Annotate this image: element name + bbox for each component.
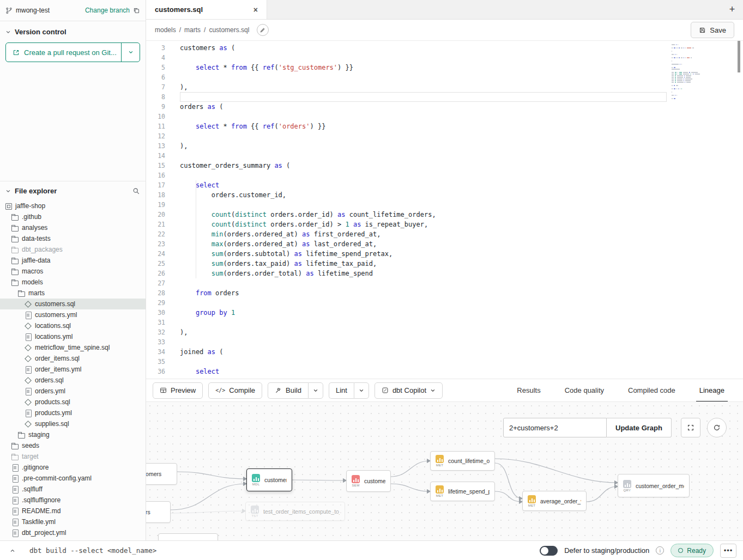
code-line[interactable]: 23 max(orders.ordered_at) as last_ordere…: [146, 239, 743, 249]
file-tree-item[interactable]: .gitignore: [0, 462, 146, 473]
code-line[interactable]: 10: [146, 112, 743, 121]
lineage-node[interactable]: METcount_lifetime_orders: [430, 451, 495, 471]
code-line[interactable]: 15customer_orders_summary as (: [146, 161, 743, 171]
code-line[interactable]: 8: [146, 92, 743, 102]
file-tree-item[interactable]: locations.sql: [0, 320, 146, 331]
lineage-node[interactable]: TSTtest_order_items_compute_to_bools...: [245, 502, 345, 521]
code-line[interactable]: 31: [146, 318, 743, 327]
build-dropdown-button[interactable]: [308, 382, 323, 399]
code-line[interactable]: 16: [146, 171, 743, 180]
code-line[interactable]: 29: [146, 298, 743, 308]
status-badge[interactable]: Ready: [670, 544, 714, 557]
code-line[interactable]: 27: [146, 278, 743, 288]
code-line[interactable]: 5 select * from {{ ref('stg_customers') …: [146, 63, 743, 72]
file-tree-item[interactable]: data-tests: [0, 233, 146, 244]
file-tree-item[interactable]: .sqlfluffignore: [0, 495, 146, 506]
panel-tab-results[interactable]: Results: [505, 379, 552, 402]
lineage-node[interactable]: SEMcustomers: [346, 470, 391, 492]
update-graph-button[interactable]: Update Graph: [607, 418, 672, 437]
code-line[interactable]: 11 select * from {{ ref('orders') }}: [146, 121, 743, 131]
file-tree-item[interactable]: .pre-commit-config.yaml: [0, 473, 146, 484]
code-line[interactable]: 32),: [146, 327, 743, 337]
file-tree-item[interactable]: target: [0, 451, 146, 462]
code-line[interactable]: 26 sum(orders.order_total) as lifetime_s…: [146, 269, 743, 278]
file-tree-item[interactable]: customers.sql: [0, 299, 146, 309]
minimap[interactable]: [672, 44, 714, 100]
close-icon[interactable]: ×: [253, 5, 258, 14]
file-tree-item[interactable]: supplies.sql: [0, 418, 146, 429]
pr-dropdown-button[interactable]: [121, 43, 140, 62]
lineage-node[interactable]: MDLcustomers: [246, 468, 292, 491]
lineage-node[interactable]: MDLstg_customers: [146, 463, 177, 485]
breadcrumb-marts[interactable]: marts: [184, 26, 201, 34]
code-line[interactable]: 24 sum(orders.subtotal) as lifetime_spen…: [146, 249, 743, 259]
new-tab-button[interactable]: +: [721, 0, 743, 19]
file-tree-item[interactable]: locations.yml: [0, 331, 146, 342]
code-line[interactable]: 19: [146, 200, 743, 210]
panel-tab-lineage[interactable]: Lineage: [687, 379, 736, 402]
refresh-icon[interactable]: [707, 418, 727, 437]
change-branch-link[interactable]: Change branch: [85, 7, 130, 14]
fullscreen-icon[interactable]: [681, 418, 700, 437]
file-tree-item[interactable]: marts: [0, 288, 146, 299]
file-tree-item[interactable]: seeds: [0, 440, 146, 451]
chevron-down-icon[interactable]: [5, 188, 11, 194]
file-tree-item[interactable]: orders.sql: [0, 375, 146, 386]
ellipsis-menu-button[interactable]: •••: [720, 544, 736, 558]
tab-customers-sql[interactable]: customers.sql ×: [146, 0, 267, 19]
file-tree-item[interactable]: jaffle-data: [0, 255, 146, 266]
code-line[interactable]: 35: [146, 357, 743, 367]
code-editor[interactable]: 3customers as (45 select * from {{ ref('…: [146, 41, 743, 379]
copilot-status-icon[interactable]: [257, 24, 269, 36]
file-tree-item[interactable]: order_items.yml: [0, 364, 146, 375]
build-button[interactable]: Build: [268, 382, 308, 399]
file-tree-item[interactable]: .github: [0, 211, 146, 222]
compile-button[interactable]: </> Compile: [208, 382, 262, 399]
file-tree-item[interactable]: models: [0, 277, 146, 288]
lineage-node[interactable]: METlifetime_spend_pretax: [430, 482, 495, 501]
file-tree-item[interactable]: products.sql: [0, 397, 146, 407]
file-tree-item[interactable]: Taskfile.yml: [0, 516, 146, 527]
code-line[interactable]: 9orders as (: [146, 102, 743, 112]
scrollbar-thumb[interactable]: [738, 41, 740, 72]
code-line[interactable]: 18 orders.customer_id,: [146, 190, 743, 200]
file-tree-item[interactable]: orders.yml: [0, 386, 146, 397]
search-icon[interactable]: [132, 187, 140, 195]
panel-tab-compiled-code[interactable]: Compiled code: [616, 379, 687, 402]
code-line[interactable]: 12: [146, 131, 743, 141]
code-line[interactable]: 36 select: [146, 367, 743, 376]
defer-toggle[interactable]: [540, 546, 558, 556]
lineage-node[interactable]: QRYcustomer_order_metrics: [618, 474, 690, 497]
lineage-node[interactable]: MDLorders: [146, 501, 171, 523]
file-tree-item[interactable]: macros: [0, 266, 146, 277]
lineage-selector-input[interactable]: [503, 418, 607, 437]
chevron-down-icon[interactable]: [5, 29, 11, 35]
dbt-copilot-button[interactable]: dbt Copilot: [374, 382, 443, 399]
file-tree-item[interactable]: staging: [0, 429, 146, 440]
code-line[interactable]: 25 sum(orders.tax_paid) as lifetime_tax_…: [146, 259, 743, 269]
code-line[interactable]: 22 min(orders.ordered_at) as first_order…: [146, 229, 743, 239]
file-tree-item[interactable]: customers.yml: [0, 309, 146, 320]
create-pr-button[interactable]: Create a pull request on Git...: [6, 43, 121, 62]
file-tree-item[interactable]: metricflow_time_spine.sql: [0, 342, 146, 353]
code-line[interactable]: 34joined as (: [146, 347, 743, 357]
file-tree-item[interactable]: order_items.sql: [0, 353, 146, 364]
code-line[interactable]: 4: [146, 53, 743, 63]
code-line[interactable]: 30 group by 1: [146, 308, 743, 318]
file-tree-item[interactable]: .sqlfluff: [0, 484, 146, 495]
file-tree-item[interactable]: README.md: [0, 506, 146, 516]
code-line[interactable]: 14: [146, 151, 743, 161]
code-line[interactable]: 28 from orders: [146, 288, 743, 298]
file-tree-item[interactable]: jaffle-shop: [0, 200, 146, 211]
dbt-command-text[interactable]: dbt build --select <model_name>: [29, 546, 156, 555]
lint-button[interactable]: Lint: [329, 382, 354, 399]
preview-button[interactable]: Preview: [153, 382, 203, 399]
code-line[interactable]: 7),: [146, 82, 743, 92]
code-line[interactable]: 20 count(distinct orders.order_id) as co…: [146, 210, 743, 220]
file-tree-item[interactable]: analyses: [0, 222, 146, 233]
lint-dropdown-button[interactable]: [354, 382, 369, 399]
file-tree-item[interactable]: products.yml: [0, 407, 146, 418]
code-line[interactable]: 33: [146, 337, 743, 347]
chevron-up-icon[interactable]: [7, 545, 19, 557]
code-line[interactable]: 17 select: [146, 180, 743, 190]
